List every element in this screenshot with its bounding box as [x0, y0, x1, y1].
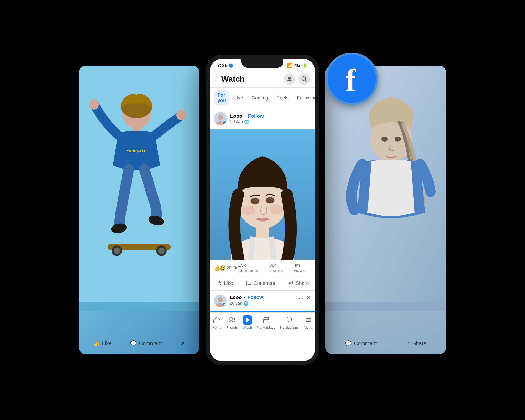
post-1-follow-btn[interactable]: Follow	[248, 113, 264, 119]
skater-photo: YARDSALE	[79, 66, 200, 311]
bottom-nav: Home Friends	[210, 312, 315, 336]
watch-svg	[244, 316, 251, 324]
phone: 7:25 f 📶 4G 🔋 ≡ Watch	[206, 55, 319, 365]
right-comment-btn[interactable]: 💬 Comment	[345, 340, 377, 346]
comment-icon: 💬	[130, 340, 137, 346]
svg-point-5	[89, 99, 99, 110]
phone-screen: 7:25 f 📶 4G 🔋 ≡ Watch	[210, 59, 315, 361]
left-comment-btn[interactable]: 💬 Comment	[130, 340, 162, 346]
profile-button[interactable]	[284, 73, 295, 85]
post-2-username: Looo	[230, 295, 242, 300]
svg-point-18	[381, 136, 388, 142]
svg-point-11	[114, 248, 120, 254]
post-1-header: Looo · Follow 20 Jan 🌐	[210, 108, 315, 129]
tab-reels[interactable]: Reels	[273, 93, 292, 103]
header-right	[284, 73, 310, 85]
left-share-btn[interactable]: ↗	[180, 340, 185, 346]
nav-notifications[interactable]: Notifications	[280, 315, 299, 329]
friends-label: Friends	[226, 326, 238, 329]
post-1-separator: ·	[244, 113, 246, 119]
tab-following[interactable]: Following	[293, 93, 315, 103]
share-button[interactable]: Share	[282, 278, 314, 289]
nav-watch[interactable]: Watch	[243, 315, 252, 329]
home-label: Home	[212, 326, 222, 329]
verified-badge	[222, 120, 227, 125]
svg-point-40	[218, 297, 223, 302]
svg-line-37	[290, 282, 292, 283]
close-post-btn[interactable]: ✕	[306, 295, 311, 302]
profile-icon	[287, 76, 292, 82]
left-like-btn[interactable]: 👍 Like	[93, 340, 112, 346]
svg-text:YARDSALE: YARDSALE	[127, 149, 146, 153]
svg-point-19	[395, 136, 401, 142]
bell-icon	[285, 315, 294, 325]
post-1-actions: Like Comment	[210, 276, 315, 291]
notifications-label: Notifications	[280, 326, 299, 329]
post-2-user-row: Looo · Follow	[230, 295, 295, 300]
svg-point-13	[158, 248, 165, 254]
scene: YARDSALE 👍 Like 💬 Comment ↗	[79, 26, 446, 394]
reactions-count: 20.7k	[227, 265, 238, 271]
svg-point-25	[218, 115, 223, 120]
svg-text:f: f	[230, 64, 231, 67]
svg-line-38	[290, 283, 292, 284]
skater-svg: YARDSALE	[79, 66, 200, 302]
svg-point-41	[230, 318, 232, 320]
search-button[interactable]	[298, 73, 310, 85]
comments-count: 1.5k comments	[238, 263, 266, 273]
like-button[interactable]: Like	[211, 278, 238, 289]
right-action-bar: 💬 Comment ↗ Share	[326, 340, 446, 346]
right-comment-icon: 💬	[345, 340, 352, 346]
menu-label: Menu	[304, 326, 313, 329]
post-1-image	[210, 129, 315, 260]
views-count: 4m views	[294, 263, 311, 273]
nav-menu[interactable]: Menu	[303, 315, 313, 329]
marketplace-svg	[262, 316, 270, 324]
globe-icon-1: 🌐	[244, 119, 249, 124]
svg-point-42	[233, 318, 235, 320]
check-icon-2	[223, 303, 225, 306]
right-share-icon: ↗	[406, 340, 410, 346]
fb-dot: f	[229, 64, 233, 68]
app-header: ≡ Watch	[210, 71, 315, 88]
status-time: 7:25 f	[217, 62, 233, 69]
post-2-date: 20 Jan 🌐	[230, 301, 295, 306]
nav-friends[interactable]: Friends	[226, 315, 238, 329]
facebook-logo: f	[326, 52, 378, 105]
home-svg	[213, 316, 220, 324]
check-icon	[223, 122, 226, 124]
nav-marketplace[interactable]: Marketplace	[257, 315, 275, 329]
svg-point-36	[270, 205, 283, 214]
svg-point-21	[288, 77, 291, 80]
post-2-separator: ·	[244, 295, 245, 300]
marketplace-icon	[261, 315, 271, 325]
tab-for-you[interactable]: For you	[214, 90, 230, 106]
more-options-btn[interactable]: ···	[298, 295, 304, 302]
like-icon: 👍	[93, 340, 100, 346]
tab-gaming[interactable]: Gaming	[248, 93, 272, 103]
svg-point-22	[302, 77, 306, 80]
svg-point-6	[176, 110, 186, 120]
svg-point-34	[265, 197, 275, 204]
hamburger-icon[interactable]: ≡	[215, 75, 219, 83]
header-left: ≡ Watch	[215, 75, 245, 83]
post-2-badge	[222, 302, 227, 307]
engagement-bar: 👍 😂 20.7k 1.5k comments 884 shares 4m vi…	[210, 260, 315, 276]
left-card: YARDSALE 👍 Like 💬 Comment ↗	[79, 66, 200, 354]
friends-svg	[228, 316, 236, 324]
tab-live[interactable]: Live	[231, 93, 247, 103]
bell-svg	[286, 316, 293, 324]
post-2-follow-btn[interactable]: Follow	[248, 295, 263, 300]
post-2: Looo · Follow 20 Jan 🌐 ··· ✕	[210, 291, 315, 311]
right-share-btn[interactable]: ↗ Share	[406, 340, 426, 346]
app-title: Watch	[221, 75, 245, 83]
nav-home[interactable]: Home	[212, 315, 222, 329]
post-1-date: 20 Jan 🌐	[230, 119, 311, 124]
network-label: 4G	[294, 63, 301, 68]
reactions: 👍 😂 20.7k	[214, 265, 238, 271]
svg-line-23	[305, 80, 307, 81]
thumbs-up-icon	[216, 280, 222, 286]
comment-button[interactable]: Comment	[240, 278, 280, 289]
svg-point-33	[250, 197, 260, 205]
post-1-avatar	[214, 112, 227, 125]
